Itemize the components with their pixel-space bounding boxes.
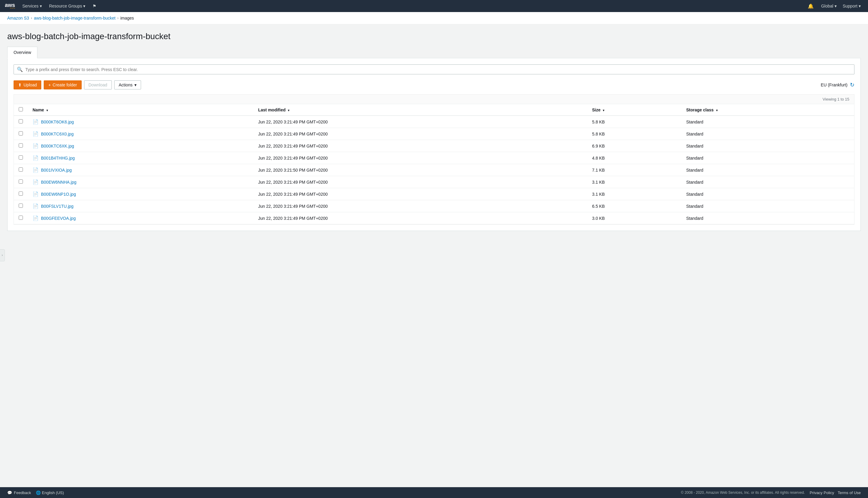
file-name: B001B4THHG.jpg	[41, 156, 75, 160]
row-checkbox-cell	[14, 140, 28, 152]
row-checkbox-cell	[14, 164, 28, 176]
file-name-link[interactable]: 📄 B001B4THHG.jpg	[33, 155, 248, 161]
size-cell: 3.0 KB	[587, 212, 681, 224]
breadcrumb-s3-link[interactable]: Amazon S3	[7, 16, 29, 21]
row-checkbox-4[interactable]	[19, 167, 23, 172]
refresh-icon: ↻	[850, 82, 854, 88]
file-icon: 📄	[33, 131, 39, 137]
breadcrumb-bucket-link[interactable]: aws-blog-batch-job-image-transform-bucke…	[34, 16, 115, 21]
download-button[interactable]: Download	[84, 80, 112, 89]
storage-class-cell: Standard	[681, 152, 854, 164]
row-checkbox-7[interactable]	[19, 204, 23, 208]
search-icon: 🔍	[17, 67, 23, 72]
services-nav-button[interactable]: Services ▾	[20, 2, 44, 10]
create-folder-button[interactable]: + Create folder	[44, 80, 81, 89]
file-name: B000KTC6XK.jpg	[41, 144, 74, 148]
table-row: 📄 B000KT6OK6.jpg Jun 22, 2020 3:21:49 PM…	[14, 116, 854, 128]
size-cell: 3.1 KB	[587, 188, 681, 200]
aws-logo[interactable]: aws ~~~	[5, 2, 15, 10]
col-size-header[interactable]: Size ▾	[587, 104, 681, 116]
row-checkbox-0[interactable]	[19, 119, 23, 123]
bell-icon: 🔔	[808, 4, 814, 9]
table-row: 📄 B000KTC6X0.jpg Jun 22, 2020 3:21:49 PM…	[14, 128, 854, 140]
global-chevron-icon: ▾	[834, 4, 837, 9]
breadcrumb-folder: images	[120, 16, 134, 21]
tab-overview[interactable]: Overview	[7, 47, 37, 58]
file-name-link[interactable]: 📄 B00GFEEVOA.jpg	[33, 215, 248, 221]
file-icon: 📄	[33, 143, 39, 149]
file-icon: 📄	[33, 191, 39, 197]
table-row: 📄 B00EW6NNHA.jpg Jun 22, 2020 3:21:49 PM…	[14, 176, 854, 188]
file-name-link[interactable]: 📄 B00EW6NP1O.jpg	[33, 191, 248, 197]
file-name-link[interactable]: 📄 B00EW6NNHA.jpg	[33, 179, 248, 185]
last-modified-cell: Jun 22, 2020 3:21:49 PM GMT+0200	[253, 200, 587, 212]
table-container: Viewing 1 to 15 Name ▾ Last modified	[14, 94, 854, 225]
storage-class-sort-icon: ▾	[716, 109, 718, 112]
file-name-link[interactable]: 📄 B000KTC6X0.jpg	[33, 131, 248, 137]
size-cell: 6.5 KB	[587, 200, 681, 212]
plus-icon: +	[48, 82, 51, 87]
size-cell: 3.1 KB	[587, 176, 681, 188]
col-last-modified-header[interactable]: Last modified ▾	[253, 104, 587, 116]
last-modified-cell: Jun 22, 2020 3:21:49 PM GMT+0200	[253, 128, 587, 140]
col-name-header[interactable]: Name ▾	[28, 104, 253, 116]
table-row: 📄 B000KTC6XK.jpg Jun 22, 2020 3:21:49 PM…	[14, 140, 854, 152]
file-name: B00GFEEVOA.jpg	[41, 216, 76, 221]
select-all-checkbox[interactable]	[19, 107, 23, 112]
file-name-cell: 📄 B00GFEEVOA.jpg	[28, 212, 253, 224]
storage-class-cell: Standard	[681, 140, 854, 152]
notifications-button[interactable]: 🔔	[805, 2, 816, 10]
file-icon: 📄	[33, 155, 39, 161]
support-button[interactable]: Support ▾	[840, 2, 863, 10]
storage-class-cell: Standard	[681, 212, 854, 224]
file-name-cell: 📄 B000KT6OK6.jpg	[28, 116, 253, 128]
storage-class-cell: Standard	[681, 128, 854, 140]
file-name-link[interactable]: 📄 B000KT6OK6.jpg	[33, 119, 248, 124]
row-checkbox-cell	[14, 128, 28, 140]
tabs: Overview	[7, 46, 861, 58]
global-button[interactable]: Global ▾	[819, 2, 839, 10]
row-checkbox-6[interactable]	[19, 192, 23, 196]
breadcrumb-sep-2: ›	[117, 16, 118, 20]
files-table: Name ▾ Last modified ▾ Size ▾ Storage	[14, 104, 854, 224]
file-icon: 📄	[33, 167, 39, 173]
file-name-cell: 📄 B000KTC6X0.jpg	[28, 128, 253, 140]
file-name-link[interactable]: 📄 B001IVXIOA.jpg	[33, 167, 248, 173]
actions-chevron-icon: ▾	[135, 82, 137, 87]
table-row: 📄 B001IVXIOA.jpg Jun 22, 2020 3:21:50 PM…	[14, 164, 854, 176]
file-name-link[interactable]: 📄 B00FSLV1TU.jpg	[33, 203, 248, 209]
refresh-button[interactable]: ↻	[850, 82, 854, 88]
search-input[interactable]	[25, 67, 851, 72]
file-name-link[interactable]: 📄 B000KTC6XK.jpg	[33, 143, 248, 149]
storage-class-cell: Standard	[681, 188, 854, 200]
region-info: EU (Frankfurt) ↻	[821, 82, 854, 88]
resource-groups-nav-button[interactable]: Resource Groups ▾	[47, 2, 88, 10]
row-checkbox-cell	[14, 212, 28, 224]
file-name-cell: 📄 B000KTC6XK.jpg	[28, 140, 253, 152]
row-checkbox-8[interactable]	[19, 215, 23, 220]
collapse-handle[interactable]: ›	[0, 249, 5, 261]
last-modified-cell: Jun 22, 2020 3:21:49 PM GMT+0200	[253, 212, 587, 224]
storage-class-cell: Standard	[681, 176, 854, 188]
row-checkbox-1[interactable]	[19, 131, 23, 135]
name-sort-icon: ▾	[47, 109, 48, 112]
row-checkbox-cell	[14, 188, 28, 200]
size-cell: 5.8 KB	[587, 128, 681, 140]
actions-button[interactable]: Actions ▾	[114, 80, 141, 89]
row-checkbox-5[interactable]	[19, 180, 23, 184]
last-modified-cell: Jun 22, 2020 3:21:50 PM GMT+0200	[253, 164, 587, 176]
col-storage-class-header[interactable]: Storage class ▾	[681, 104, 854, 116]
resource-groups-chevron-icon: ▾	[83, 4, 85, 9]
row-checkbox-2[interactable]	[19, 143, 23, 147]
upload-button[interactable]: ⬆ Upload	[14, 80, 41, 89]
size-cell: 6.9 KB	[587, 140, 681, 152]
pin-nav-button[interactable]: ⚑	[90, 2, 99, 10]
breadcrumb-sep-1: ›	[31, 16, 32, 20]
size-cell: 7.1 KB	[587, 164, 681, 176]
support-chevron-icon: ▾	[859, 4, 861, 9]
last-modified-sort-icon: ▾	[288, 109, 289, 112]
file-name: B000KTC6X0.jpg	[41, 132, 74, 136]
main-wrapper: › aws-blog-batch-job-image-transform-buc…	[0, 24, 868, 486]
table-row: 📄 B00EW6NP1O.jpg Jun 22, 2020 3:21:49 PM…	[14, 188, 854, 200]
row-checkbox-3[interactable]	[19, 155, 23, 160]
